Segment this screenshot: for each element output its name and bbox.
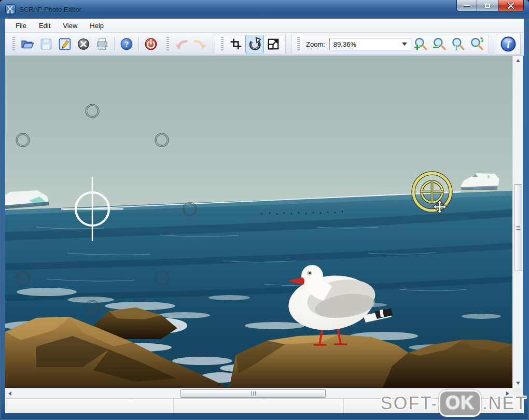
marker-circle-inner	[157, 273, 168, 284]
menu-edit[interactable]: Edit	[33, 20, 57, 32]
toolbar-grip[interactable]	[166, 37, 169, 51]
chevron-down-icon[interactable]	[402, 43, 407, 46]
minimize-icon	[464, 5, 470, 6]
edit-pencil-icon	[58, 37, 72, 51]
horizontal-scroll-thumb[interactable]	[180, 389, 326, 398]
image-canvas[interactable]	[5, 56, 512, 388]
svg-text:?: ?	[124, 40, 129, 48]
status-panel-1	[5, 399, 174, 413]
close-x-icon	[77, 37, 90, 51]
redo-button[interactable]	[191, 35, 210, 53]
marker-circle[interactable]	[86, 104, 99, 118]
group-grip[interactable]	[221, 37, 224, 51]
zoom-in-button[interactable]	[411, 35, 430, 53]
scroll-down-button[interactable]	[513, 379, 523, 388]
marker-circle-inner	[157, 135, 168, 146]
watermark-badge: OK	[439, 390, 481, 417]
printer-icon	[95, 37, 109, 51]
marker-circle-inner	[87, 302, 98, 313]
toolbar-separator	[138, 37, 139, 51]
vertical-scrollbar[interactable]	[512, 56, 523, 388]
edit-image-button[interactable]	[55, 35, 74, 53]
marker-circle[interactable]	[155, 271, 169, 285]
svg-text:i: i	[507, 38, 510, 50]
marker-circle[interactable]	[16, 133, 30, 147]
titlebar[interactable]: SCRAP Photo Editor	[0, 0, 529, 19]
zoom-label: Zoom:	[306, 40, 325, 48]
exit-button[interactable]	[142, 35, 160, 53]
marker-circle[interactable]	[16, 272, 30, 285]
undo-button[interactable]	[172, 35, 191, 53]
zoom-combobox[interactable]: 89.36%	[329, 38, 411, 50]
marker-circle[interactable]	[155, 133, 169, 147]
marker-circle-inner	[18, 273, 29, 284]
open-folder-icon	[21, 37, 34, 51]
svg-text:1: 1	[454, 44, 458, 51]
crop-icon	[229, 37, 243, 51]
close-button[interactable]	[498, 0, 524, 11]
window-controls	[456, 0, 524, 11]
toolbar-grip[interactable]	[12, 37, 15, 51]
close-image-button[interactable]	[74, 35, 93, 53]
zoom-out-button[interactable]	[430, 35, 449, 53]
menu-view[interactable]: View	[57, 20, 83, 32]
rotate-tool-button[interactable]	[245, 35, 264, 53]
resize-icon	[267, 37, 280, 51]
zoom-in-icon	[413, 37, 428, 51]
redo-arrow-icon	[193, 37, 207, 51]
info-group: i	[496, 34, 521, 54]
app-window: SCRAP Photo Editor File Edit View Help	[0, 0, 529, 420]
zoom-out-icon	[432, 37, 447, 51]
help-icon: ?	[120, 37, 133, 51]
watermark: SOFT- OK .NET	[380, 390, 527, 417]
minimize-button[interactable]	[456, 0, 477, 11]
menu-help[interactable]: Help	[83, 20, 110, 32]
group-grip[interactable]	[297, 37, 300, 51]
scroll-up-button[interactable]	[513, 56, 523, 65]
zoom-fit-icon	[469, 37, 484, 51]
maximize-button[interactable]	[477, 0, 498, 11]
alignment-overlay[interactable]	[5, 56, 512, 388]
info-button[interactable]: i	[499, 35, 518, 53]
menubar: File Edit View Help	[5, 19, 524, 33]
status-panel-2	[174, 399, 344, 413]
power-icon	[144, 37, 158, 51]
info-icon: i	[500, 36, 517, 52]
arrow-up-icon	[516, 59, 520, 62]
zoom-actual-size-icon: 1	[451, 37, 465, 51]
crop-tool-button[interactable]	[227, 35, 245, 53]
help-button[interactable]: ?	[117, 35, 136, 53]
zoom-fit-button[interactable]	[467, 35, 486, 53]
app-icon	[5, 4, 16, 15]
scroll-left-button[interactable]	[5, 388, 15, 398]
arrow-left-icon	[8, 391, 11, 396]
maximize-icon	[485, 4, 490, 8]
marker-circle-inner	[87, 106, 98, 117]
menu-file[interactable]: File	[9, 20, 33, 32]
resize-tool-button[interactable]	[264, 35, 283, 53]
marker-circle[interactable]	[86, 300, 99, 314]
open-file-button[interactable]	[18, 35, 37, 53]
vertical-scroll-thumb[interactable]	[514, 184, 522, 271]
zoom-group: Zoom: 89.36%	[291, 34, 489, 54]
undo-arrow-icon	[174, 37, 189, 51]
tool-mode-group	[215, 34, 286, 54]
zoom-actual-size-button[interactable]: 1	[449, 35, 467, 53]
marker-circle-inner	[18, 135, 29, 146]
save-file-button[interactable]	[37, 35, 55, 53]
arrow-down-icon	[516, 382, 520, 385]
print-button[interactable]	[93, 35, 112, 53]
level-line	[63, 192, 461, 209]
watermark-suffix: .NET	[482, 393, 527, 414]
save-floppy-icon	[39, 37, 53, 51]
watermark-prefix: SOFT-	[380, 393, 438, 414]
marker-circle-inner	[185, 204, 196, 215]
toolbar-separator	[114, 37, 115, 51]
rotate-icon	[247, 37, 262, 51]
close-icon	[507, 3, 514, 9]
toolbar: ?	[5, 33, 524, 56]
window-title: SCRAP Photo Editor	[19, 6, 81, 13]
zoom-value: 89.36%	[333, 40, 356, 48]
